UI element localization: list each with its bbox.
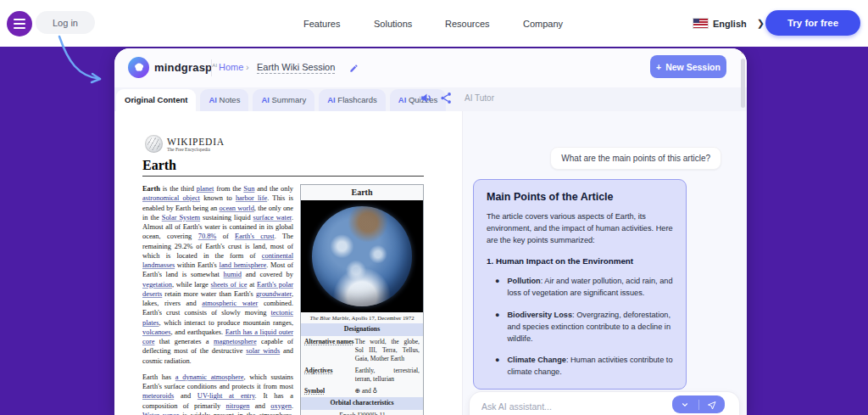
text-segment: from the [214,185,243,193]
wiki-link[interactable]: atmospheric water [202,300,258,307]
menu-button[interactable] [7,11,32,36]
wiki-link[interactable]: Solar System [162,214,200,222]
tab-ai-notes[interactable]: AI Notes [200,89,248,111]
infobox-row-symbol: Symbol ⊕ and ♁ [301,385,423,397]
wiki-link[interactable]: Sun [243,185,254,193]
infobox-title: Earth [301,185,423,200]
chat-panel: What are the main points of this article… [462,111,747,415]
wikipedia-logo: WIKIPEDIA The Free Encyclopedia [145,135,424,153]
scroll-up-arrow[interactable]: ▲ [740,49,746,54]
text-segment: within Earth's [175,261,219,269]
nav-item-solutions[interactable]: Solutions [374,0,412,47]
text-segment: . [292,402,293,410]
card-scrollbar: ▲ [740,48,746,415]
chat-input[interactable] [481,398,659,415]
mindgrasp-logo-icon [128,57,149,78]
wiki-link[interactable]: solar winds [246,347,280,355]
user-question-bubble: What are the main points of this article… [550,147,721,170]
text-segment: that generates a [154,338,214,345]
text-segment: Earth has [142,373,175,381]
text-segment: known to [200,194,236,202]
nav-item-resources[interactable]: Resources [445,0,490,47]
ai-answer-card: Main Points of the Article The article c… [473,179,687,390]
wiki-link[interactable]: land hemisphere [220,261,267,269]
bullet-dot: ● [495,310,499,345]
paper-plane-icon [707,400,717,410]
text-segment: and [174,392,198,400]
share-icon[interactable] [439,91,453,109]
header-divider [211,59,212,76]
chat-input-bar [470,392,739,415]
wikipedia-globe-icon [145,135,163,153]
chevron-right-icon: ❯ [757,18,765,29]
image-caption: The Blue Marble, Apollo 17, December 197… [301,312,423,323]
hamburger-icon [14,19,25,20]
scrollbar-thumb[interactable] [741,59,745,108]
orbital-characteristics-header: Orbital characteristics [301,397,423,409]
wiki-link[interactable]: harbor life [236,194,267,202]
plus-icon: + [656,62,661,72]
text-segment: , and earthquakes. [171,328,225,336]
wiki-link[interactable]: UV-light at entry [198,392,255,400]
wiki-link[interactable]: ocean world [219,205,253,212]
send-options-button[interactable] [672,395,698,413]
ai-tutor-label[interactable]: AI Tutor [465,93,494,103]
wiki-link[interactable]: vegetation [142,281,172,289]
wiki-link[interactable]: groundwater [256,290,292,298]
language-selector[interactable]: English ❯ [693,0,765,47]
speaker-icon[interactable] [420,91,434,109]
wiki-link[interactable]: 70.8% [198,233,217,240]
answer-bullet-climate: ● Climate Change: Human activities contr… [487,355,673,379]
answer-bullet-biodiversity: ● Biodiversity Loss: Overgrazing, defore… [487,310,673,345]
wiki-link[interactable]: meteoroids [142,392,174,400]
wiki-link[interactable]: Earth's crust [235,233,275,240]
text-segment: sustaining liquid [200,214,253,222]
wiki-link[interactable]: volcanoes [142,328,171,336]
wiki-link[interactable]: surface water [253,214,292,222]
text-segment: Earth [142,185,160,193]
blue-marble-image [301,200,423,312]
text-segment: at [247,281,257,289]
answer-bullet-pollution: ● Pollution: Air and water pollution, ac… [487,276,673,300]
tab-ai-flashcards[interactable]: AI Flashcards [319,89,386,111]
curved-arrow-icon [44,34,112,88]
wiki-link[interactable]: magnetosphere [214,338,257,345]
page: Log in Features Solutions Resources Comp… [0,0,868,415]
wiki-link[interactable]: astronomical object [142,194,200,202]
login-button[interactable]: Log in [36,11,95,34]
text-segment: , while large [172,281,211,289]
brand-name: mindgraspAI [154,61,217,74]
send-button[interactable] [699,395,726,413]
wiki-link[interactable]: sheets of ice [211,281,248,289]
breadcrumb-home[interactable]: Home [219,62,243,72]
wiki-link[interactable]: humid [224,271,242,278]
epoch-line: Epoch J2000[h 1] [301,410,423,415]
text-segment: and [249,402,270,410]
tab-ai-summary[interactable]: AI Summary [253,89,314,111]
document-panel: WIKIPEDIA The Free Encyclopedia Earth Ea… [114,111,462,415]
wiki-link[interactable]: planet [197,185,214,193]
infobox-row-alternative-names: Alternative names The world, the globe, … [301,336,423,365]
nav-item-features[interactable]: Features [303,0,340,47]
us-flag-icon [693,19,708,28]
card-header: mindgraspAI Home › Earth Wiki Session + … [114,48,747,87]
breadcrumb-separator: › [246,62,249,72]
text-segment: retain more water than Earth's [162,290,256,298]
earth-infobox: Earth The Blue Marble, Apollo 17, Decemb… [300,184,424,415]
breadcrumb-current: Earth Wiki Session [257,62,335,74]
new-session-button[interactable]: + New Session [650,55,726,78]
try-for-free-button[interactable]: Try for free [765,10,860,36]
wiki-link[interactable]: nitrogen [226,402,250,410]
edit-session-name-icon[interactable] [349,61,359,76]
designations-header: Designations [301,323,423,335]
article-body: Earth The Blue Marble, Apollo 17, Decemb… [142,184,424,415]
wiki-link[interactable]: a dynamic atmosphere [175,373,244,381]
nav-item-company[interactable]: Company [523,0,563,47]
wiki-link[interactable]: Water vapor [142,412,179,415]
tab-ai-quizzes[interactable]: AI Quizzes [390,89,446,111]
answer-title: Main Points of the Article [487,191,673,203]
language-label: English [713,19,747,29]
wiki-link[interactable]: oxygen [270,402,292,410]
tab-original-content[interactable]: Original Content [116,89,196,111]
send-button-group [672,395,725,413]
